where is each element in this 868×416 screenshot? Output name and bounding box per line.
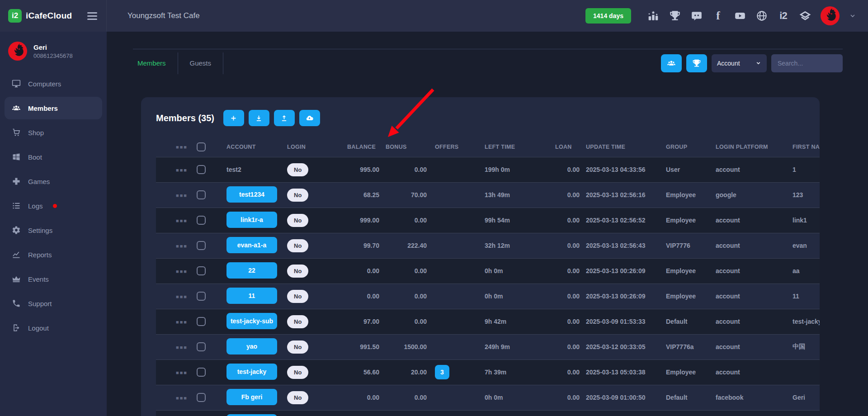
cell-first-name: 123 bbox=[793, 182, 820, 208]
tab-members[interactable]: Members bbox=[133, 52, 178, 74]
account-badge[interactable]: 22 bbox=[226, 262, 277, 279]
sidebar-nav: Computers Members Shop Boot Games Logs bbox=[0, 72, 107, 339]
row-menu-dots[interactable]: ■■■ bbox=[176, 218, 188, 223]
account-badge[interactable]: Fb geri bbox=[226, 389, 277, 405]
gear-icon bbox=[12, 226, 21, 235]
layers-icon[interactable] bbox=[799, 10, 811, 22]
search-input[interactable] bbox=[771, 54, 843, 72]
cell-balance: 0.00 bbox=[347, 258, 386, 284]
account-badge[interactable]: evan-a1-a bbox=[226, 237, 277, 253]
sidebar-item-reports[interactable]: Reports bbox=[5, 243, 102, 266]
youtube-icon[interactable] bbox=[734, 10, 746, 22]
tab-guests[interactable]: Guests bbox=[178, 52, 224, 74]
account-label: test2 bbox=[226, 166, 241, 173]
ranking-icon[interactable] bbox=[647, 10, 659, 22]
sidebar-item-shop[interactable]: Shop bbox=[5, 121, 102, 144]
row-menu-dots[interactable]: ■■■ bbox=[176, 269, 188, 274]
chevron-down-icon bbox=[755, 60, 761, 66]
row-checkbox[interactable] bbox=[197, 317, 206, 326]
account-badge[interactable]: link1r-a bbox=[226, 212, 277, 228]
download-button[interactable] bbox=[249, 110, 269, 126]
login-status-pill: No bbox=[287, 340, 308, 354]
members-table: ■■■ ACCOUNT LOGIN BALANCE BONUS OFFERS L… bbox=[156, 137, 820, 416]
cell-bonus: 0.00 bbox=[386, 385, 433, 410]
account-badge[interactable]: test-jacky-sub bbox=[226, 313, 277, 329]
members-filter-button[interactable] bbox=[661, 54, 682, 72]
cell-left-time: 32h 12m bbox=[483, 233, 555, 258]
account-filter-select[interactable]: Account bbox=[712, 54, 767, 72]
login-status-pill: No bbox=[287, 239, 308, 252]
row-checkbox[interactable] bbox=[197, 241, 206, 250]
sidebar-item-support[interactable]: Support bbox=[5, 292, 102, 315]
row-checkbox[interactable] bbox=[197, 190, 206, 199]
trophy-filter-button[interactable] bbox=[686, 54, 707, 72]
user-avatar[interactable] bbox=[821, 6, 840, 25]
cell-group: Default bbox=[666, 309, 716, 334]
select-all-checkbox[interactable] bbox=[197, 142, 206, 151]
cell-left-time: 0h 0m bbox=[483, 258, 555, 284]
cell-loan: 0.00 bbox=[555, 182, 586, 208]
cloud-download-button[interactable] bbox=[299, 110, 320, 126]
cell-bonus: 0.00 bbox=[386, 258, 433, 284]
row-checkbox[interactable] bbox=[197, 368, 206, 377]
row-menu-dots[interactable]: ■■■ bbox=[176, 395, 188, 401]
sidebar-item-computers[interactable]: Computers bbox=[5, 72, 102, 95]
sidebar-item-members[interactable]: Members bbox=[5, 97, 102, 119]
upload-button[interactable] bbox=[274, 110, 295, 126]
cell-first-name: Geri bbox=[793, 385, 820, 410]
cell-bonus: 0.00 bbox=[386, 284, 433, 309]
row-menu-dots[interactable]: ■■■ bbox=[176, 167, 188, 173]
cell-group: Employee bbox=[666, 359, 716, 385]
row-checkbox[interactable] bbox=[197, 292, 206, 301]
table-row: ■■■22No0.000.000h 0m0.002025-03-13 00:26… bbox=[156, 258, 820, 284]
globe-icon[interactable] bbox=[755, 10, 768, 22]
logout-icon bbox=[12, 323, 21, 332]
chevron-down-icon[interactable] bbox=[849, 12, 856, 19]
account-badge[interactable]: 11 bbox=[226, 288, 277, 304]
sidebar-item-logout[interactable]: Logout bbox=[5, 317, 102, 339]
row-menu-dots[interactable]: ■■■ bbox=[176, 319, 188, 325]
cell-balance: 56.60 bbox=[347, 359, 386, 385]
days-remaining-badge[interactable]: 1414 days bbox=[585, 8, 631, 24]
plus-icon bbox=[230, 114, 237, 122]
account-badge[interactable]: test1234 bbox=[226, 186, 277, 203]
brand-logo[interactable]: i2 iCafeCloud bbox=[8, 9, 72, 23]
cafe-title: Youngzsoft Test Cafe bbox=[127, 11, 200, 20]
row-menu-dots[interactable]: ■■■ bbox=[176, 370, 188, 375]
row-checkbox[interactable] bbox=[197, 216, 206, 225]
offers-badge[interactable]: 3 bbox=[435, 365, 449, 379]
discord-icon[interactable] bbox=[690, 10, 703, 22]
add-member-button[interactable] bbox=[223, 110, 244, 126]
cell-update-time: 2025-03-13 02:56:16 bbox=[586, 182, 666, 208]
table-row: ■■■Fb geriNo0.000.000h 0m0.002025-03-09 … bbox=[156, 385, 820, 410]
icafecloud-gray-icon[interactable]: i2 bbox=[777, 10, 789, 22]
row-checkbox[interactable] bbox=[197, 342, 206, 351]
main-content: Members Guests Account Members (35) bbox=[107, 32, 868, 416]
hamburger-menu-icon[interactable] bbox=[87, 12, 97, 20]
facebook-icon[interactable]: f bbox=[712, 10, 724, 22]
chart-icon bbox=[12, 250, 21, 259]
cell-first-name: evan bbox=[793, 233, 820, 258]
sidebar-item-logs[interactable]: Logs bbox=[5, 194, 102, 217]
account-badge[interactable]: test-jacky bbox=[226, 364, 277, 380]
sidebar-item-settings[interactable]: Settings bbox=[5, 219, 102, 241]
row-menu-dots[interactable]: ■■■ bbox=[176, 294, 188, 299]
sidebar-item-games[interactable]: Games bbox=[5, 170, 102, 193]
cell-group: Employee bbox=[666, 284, 716, 309]
trophy-icon[interactable] bbox=[669, 10, 681, 22]
cell-platform: google bbox=[716, 182, 793, 208]
account-badge[interactable]: yao bbox=[226, 338, 277, 355]
row-menu-dots[interactable]: ■■■ bbox=[176, 193, 188, 198]
row-checkbox[interactable] bbox=[197, 266, 206, 275]
cell-loan: 0.00 bbox=[555, 284, 586, 309]
header-menu-dots[interactable]: ■■■ bbox=[176, 144, 188, 150]
row-menu-dots[interactable]: ■■■ bbox=[176, 345, 188, 350]
sidebar-profile[interactable]: Geri 008612345678 bbox=[0, 41, 107, 68]
table-row: ■■■evan-a1-aNo99.70222.4032h 12m0.002025… bbox=[156, 233, 820, 258]
sidebar-item-events[interactable]: Events bbox=[5, 268, 102, 290]
row-menu-dots[interactable]: ■■■ bbox=[176, 243, 188, 249]
row-checkbox[interactable] bbox=[197, 393, 206, 402]
row-checkbox[interactable] bbox=[197, 165, 206, 174]
account-badge[interactable]: Geri bbox=[226, 414, 277, 416]
sidebar-item-boot[interactable]: Boot bbox=[5, 146, 102, 168]
